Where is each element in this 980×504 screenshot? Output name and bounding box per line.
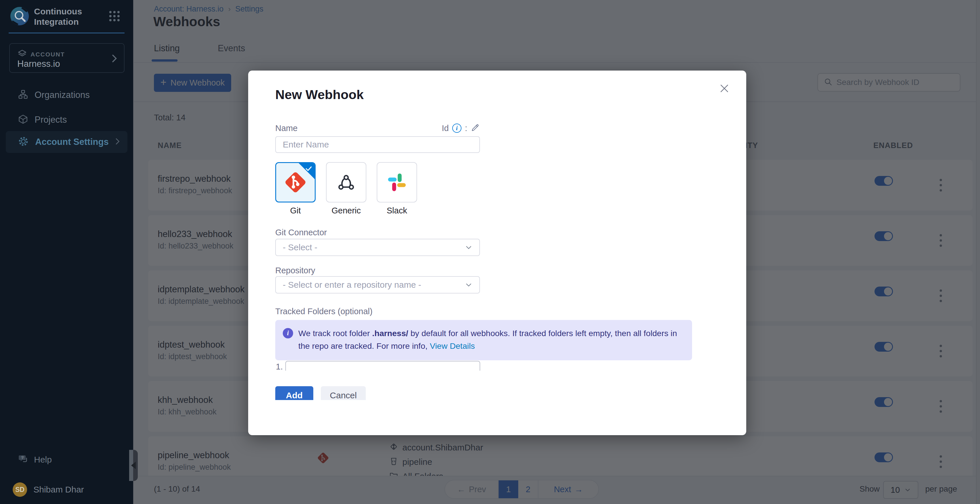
git-connector-placeholder: - Select - [283,242,317,252]
app-grid-icon[interactable] [108,10,121,22]
edit-pencil-icon[interactable] [471,123,480,133]
sidebar-item-label: Account Settings [35,137,109,147]
slack-icon [387,172,407,192]
git-icon [283,170,307,194]
type-label-generic: Generic [326,206,366,216]
module-title: Continuous Integration [34,6,103,27]
modal-actions: Add Cancel [275,386,448,400]
avatar: SD [13,482,27,497]
webhook-icon [336,172,356,192]
repository-select[interactable]: - Select or enter a repository name - [275,276,480,293]
type-card-generic[interactable] [326,162,366,203]
git-connector-label: Git Connector [275,228,327,237]
harness-ci-logo-icon [10,7,29,25]
help-chat-icon: ? [18,454,28,465]
projects-icon [18,114,28,125]
gear-icon [18,136,29,148]
sidebar-item-organizations[interactable]: Organizations [6,86,127,104]
app-window: Continuous Integration ACCOUNT Harness.i… [0,0,980,504]
tracked-folders-info-callout: i We track root folder .harness/ by defa… [275,320,692,360]
chevron-down-icon [465,281,473,288]
sidebar-item-label: Organizations [35,90,90,100]
info-icon: i [283,328,293,338]
webhook-name-input[interactable] [275,136,480,153]
cancel-button[interactable]: Cancel [321,386,366,400]
close-icon[interactable] [718,81,731,95]
type-card-slack[interactable] [377,162,417,203]
git-connector-select[interactable]: - Select - [275,239,480,256]
sidebar-divider [9,33,124,33]
help-label: Help [34,455,52,464]
account-name: Harness.io [17,59,60,69]
sidebar: Continuous Integration ACCOUNT Harness.i… [0,0,133,504]
user-name: Shibam Dhar [33,485,84,494]
info-icon[interactable]: i [452,124,461,133]
type-label-git: Git [275,206,316,216]
tracked-folder-input[interactable] [285,361,480,371]
sidebar-item-label: Projects [35,115,67,125]
add-button[interactable]: Add [275,386,313,400]
folder-index: 1. [276,362,283,371]
user-profile[interactable]: SD Shibam Dhar [6,480,127,499]
type-card-git[interactable] [275,162,316,203]
view-details-link[interactable]: View Details [430,341,475,350]
layers-icon [17,49,27,60]
info-text-bold: .harness/ [372,329,408,338]
chevron-down-icon [465,244,473,251]
id-colon: : [465,124,467,133]
repository-placeholder: - Select or enter a repository name - [283,280,421,290]
name-label: Name [275,124,298,133]
repository-label: Repository [275,266,315,275]
check-icon [304,164,313,174]
sidebar-item-help[interactable]: ? Help [6,451,92,468]
webhook-type-cards [275,162,417,203]
modal-title: New Webhook [275,87,364,102]
account-label: ACCOUNT [30,51,65,58]
svg-text:?: ? [21,455,24,460]
tracked-folders-label: Tracked Folders (optional) [275,307,372,316]
sidebar-item-projects[interactable]: Projects [6,111,127,129]
chevron-right-icon [114,137,121,147]
id-label: Id [442,124,449,133]
sidebar-item-account-settings[interactable]: Account Settings [6,131,127,153]
info-text-pre: We track root folder [298,329,372,338]
type-label-slack: Slack [377,206,417,216]
module-header: Continuous Integration [10,6,126,27]
organizations-icon [18,89,28,101]
new-webhook-modal: New Webhook Name Id i : [248,71,746,435]
tracked-folder-row: 1. [275,360,492,371]
chevron-right-icon [110,54,119,65]
name-field-header: Name Id i : [275,123,480,133]
type-card-labels: Git Generic Slack [275,206,417,216]
account-selector[interactable]: ACCOUNT Harness.io [9,43,124,73]
